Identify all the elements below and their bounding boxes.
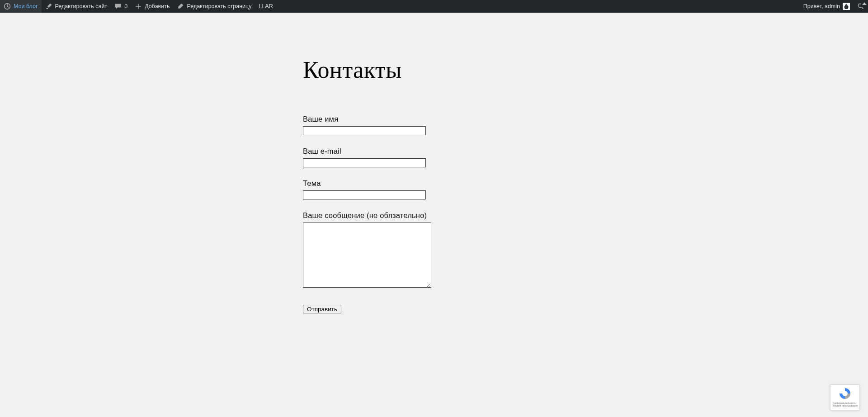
contact-form: Ваше имя Ваш e-mail Тема Ваше сообщение …: [303, 115, 565, 313]
recaptcha-text: Конфиденциальность - Условия использован…: [832, 402, 858, 407]
message-textarea[interactable]: [303, 223, 431, 288]
adminbar-comments-link[interactable]: 0: [111, 0, 131, 13]
avatar-icon: [843, 3, 850, 10]
adminbar-comments-count: 0: [124, 3, 127, 9]
message-label: Ваше сообщение (не обязательно): [303, 211, 565, 220]
adminbar-new-link[interactable]: Добавить: [131, 0, 173, 13]
recaptcha-icon: [838, 387, 852, 401]
adminbar-site-link[interactable]: Мои блог: [0, 0, 42, 13]
page-content: Контакты Ваше имя Ваш e-mail Тема Ваше с…: [303, 0, 565, 350]
pencil-icon: [177, 3, 184, 10]
scroll-up-button[interactable]: [861, 0, 868, 7]
comment-icon: [114, 3, 122, 10]
subject-label: Тема: [303, 179, 565, 188]
plus-icon: [135, 3, 142, 10]
adminbar-customize-link[interactable]: Редактировать сайт: [42, 0, 111, 13]
adminbar-greeting: Привет, admin: [803, 3, 840, 9]
page-title: Контакты: [303, 57, 565, 83]
form-row-subject: Тема: [303, 179, 565, 199]
dashboard-icon: [4, 3, 11, 10]
adminbar-llar-label: LLAR: [259, 3, 273, 9]
adminbar-edit-page-link[interactable]: Редактировать страницу: [173, 0, 255, 13]
adminbar-new-label: Добавить: [145, 3, 170, 9]
adminbar-customize-label: Редактировать сайт: [55, 3, 108, 9]
brush-icon: [45, 3, 52, 10]
admin-bar-right: Привет, admin: [800, 0, 868, 13]
name-input[interactable]: [303, 126, 426, 135]
adminbar-edit-page-label: Редактировать страницу: [187, 3, 251, 9]
submit-button[interactable]: Отправить: [303, 305, 341, 313]
recaptcha-badge[interactable]: Конфиденциальность - Условия использован…: [830, 384, 860, 411]
subject-input[interactable]: [303, 190, 426, 199]
admin-bar: Мои блог Редактировать сайт 0 Добавить Р: [0, 0, 868, 13]
form-row-message: Ваше сообщение (не обязательно): [303, 211, 565, 289]
recaptcha-line2: Условия использования: [832, 404, 858, 407]
adminbar-llar-link[interactable]: LLAR: [255, 0, 276, 13]
name-label: Ваше имя: [303, 115, 565, 123]
email-label: Ваш e-mail: [303, 147, 565, 156]
form-row-email: Ваш e-mail: [303, 147, 565, 167]
form-row-name: Ваше имя: [303, 115, 565, 135]
email-input[interactable]: [303, 158, 426, 167]
adminbar-site-name: Мои блог: [14, 3, 38, 9]
admin-bar-left: Мои блог Редактировать сайт 0 Добавить Р: [0, 0, 277, 13]
adminbar-spacer: [277, 0, 800, 13]
adminbar-account-link[interactable]: Привет, admin: [800, 0, 854, 13]
